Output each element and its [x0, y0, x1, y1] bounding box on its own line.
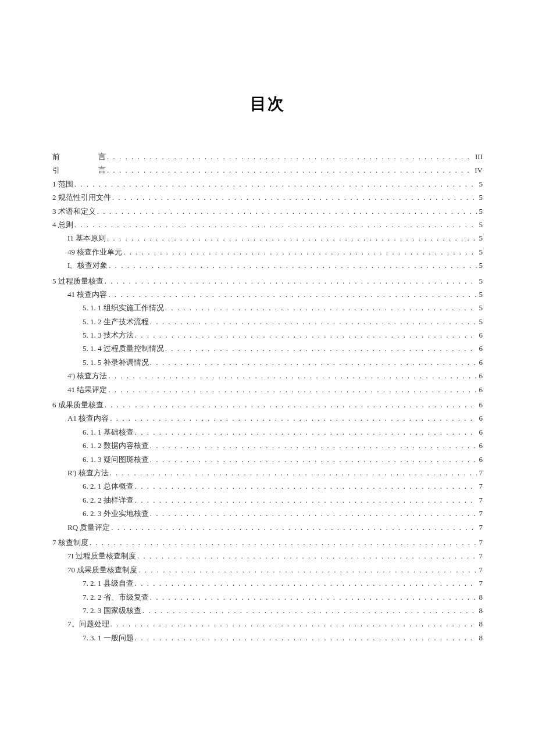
toc-label: 5. 1. 4 过程质量控制情况	[83, 342, 164, 355]
toc-entry: 5. 1. 4 过程质量控制情况6	[52, 342, 483, 355]
toc-page-number: 8	[478, 590, 483, 604]
toc-page-number: 6	[478, 356, 483, 369]
toc-label: 6. 2. 3 外业实地核查	[83, 507, 149, 520]
toc-label: A1 核查内容	[67, 411, 109, 425]
toc-leader	[111, 521, 476, 534]
toc-entry: 2 规范性引用文件5	[52, 191, 483, 204]
toc-label: 5. 1. 2 生产技术流程	[83, 315, 149, 328]
toc-entry: 7I 过程质量核查制度7	[52, 549, 483, 562]
toc-page-number: 5	[478, 218, 483, 231]
toc-entry: 7. 3. 1 一般问题8	[52, 631, 483, 644]
toc-label-trail: 言	[98, 150, 106, 163]
toc-label: 49 核查作业单元	[67, 245, 122, 259]
toc-entry: 7. 2. 2 省、市级复查8	[52, 590, 483, 604]
toc-leader	[74, 218, 477, 231]
page-title: 目次	[52, 93, 483, 115]
toc-entry: 7。问题处理8	[52, 617, 483, 630]
toc-leader	[110, 617, 477, 630]
toc-label: 70 成果质量核查制度	[67, 563, 137, 576]
toc-leader	[110, 466, 477, 479]
toc-label: 引	[52, 163, 60, 177]
toc-page-number: 5	[478, 315, 483, 328]
toc-page-number: 5	[478, 231, 483, 245]
toc-page-number: 6	[478, 342, 483, 355]
toc-leader	[142, 604, 477, 617]
toc-label: 7I 过程质量核查制度	[67, 549, 136, 562]
toc-label: 5. 1. 5 补录补调情况	[83, 356, 149, 369]
toc-entry: 6. 1. 1 基础核查6	[52, 425, 483, 439]
toc-entry: I1 基本原则5	[52, 231, 483, 245]
toc-page-number: 7	[478, 521, 483, 534]
toc-page-number: 7	[478, 466, 483, 479]
toc-page-number: III	[474, 150, 483, 163]
toc-leader	[150, 453, 477, 466]
toc-page-number: 8	[478, 617, 483, 630]
toc-entry: I。核查对象5	[52, 259, 483, 272]
toc-leader	[135, 479, 477, 493]
toc-label: 1 范围	[52, 177, 73, 191]
toc-leader	[105, 398, 477, 411]
toc-entry: R') 核查方法7	[52, 466, 483, 479]
toc-entry: 3 术语和定义5	[52, 205, 483, 218]
toc-leader	[165, 301, 477, 314]
toc-label: 41 核查内容	[67, 288, 107, 301]
toc-label: RQ 质量评定	[67, 521, 110, 534]
toc-label: 6. 1. 2 数据内容核查	[83, 439, 149, 452]
toc-leader	[123, 245, 476, 259]
toc-entry: 5. 1. 2 生产技术流程5	[52, 315, 483, 328]
toc-leader	[108, 288, 476, 301]
toc-leader	[112, 191, 477, 204]
toc-page-number: 6	[478, 439, 483, 452]
toc-label: 3 术语和定义	[52, 205, 96, 218]
table-of-contents: 前言III引言IV1 范围52 规范性引用文件53 术语和定义54 总则5I1 …	[52, 150, 483, 644]
toc-label: 7. 2. 3 国家级核查	[83, 604, 141, 617]
toc-label: 6. 1. 1 基础核查	[83, 425, 134, 439]
toc-entry: 5. 1. 5 补录补调情况6	[52, 356, 483, 369]
toc-label: 5 过程质量核查	[52, 274, 104, 288]
toc-leader	[107, 231, 476, 245]
toc-entry: 6. 2. 2 抽样详查7	[52, 493, 483, 507]
toc-leader	[150, 507, 477, 520]
toc-leader	[165, 342, 477, 355]
toc-leader	[74, 177, 477, 191]
toc-leader	[138, 563, 476, 576]
toc-label: 2 规范性引用文件	[52, 191, 111, 204]
toc-leader	[110, 411, 476, 425]
toc-leader	[150, 439, 477, 452]
toc-leader	[107, 163, 472, 177]
toc-page-number: IV	[473, 163, 483, 177]
toc-label: 4 总则	[52, 218, 73, 231]
toc-leader	[150, 315, 477, 328]
toc-page-number: 6	[478, 425, 483, 439]
toc-label: 前	[52, 150, 60, 163]
toc-page-number: 7	[478, 576, 483, 590]
toc-label: 5. 1. 3 技术方法	[83, 328, 134, 342]
toc-label: 41 结果评定	[67, 383, 107, 396]
toc-page-number: 7	[478, 479, 483, 493]
toc-leader	[97, 205, 477, 218]
toc-label: 7. 3. 1 一般问题	[83, 631, 134, 644]
toc-label: 7. 2. 2 省、市级复查	[83, 590, 149, 604]
toc-entry: 5 过程质量核查5	[52, 274, 483, 288]
toc-page-number: 8	[478, 631, 483, 644]
toc-entry: RQ 质量评定7	[52, 521, 483, 534]
toc-label: 7 核查制度	[52, 536, 88, 549]
toc-entry: 5. 1. 3 技术方法6	[52, 328, 483, 342]
toc-entry: 7. 2. 1 县级自查7	[52, 576, 483, 590]
toc-leader	[107, 150, 473, 163]
toc-label: 4') 核查方法	[67, 369, 107, 382]
toc-entry: A1 核查内容6	[52, 411, 483, 425]
toc-leader	[135, 576, 477, 590]
toc-entry: 引言IV	[52, 163, 483, 177]
toc-entry: 70 成果质量核查制度7	[52, 563, 483, 576]
toc-label: I1 基本原则	[67, 231, 106, 245]
toc-entry: 前言III	[52, 150, 483, 163]
toc-page-number: 5	[478, 245, 483, 259]
toc-entry: 41 结果评定6	[52, 383, 483, 396]
toc-label: 5. 1. 1 组织实施工作情况	[83, 301, 164, 314]
toc-leader	[105, 274, 477, 288]
toc-page-number: 5	[478, 301, 483, 314]
toc-leader	[108, 383, 476, 396]
toc-entry: 41 核查内容5	[52, 288, 483, 301]
toc-label: 6. 1. 3 疑问图斑核查	[83, 453, 149, 466]
